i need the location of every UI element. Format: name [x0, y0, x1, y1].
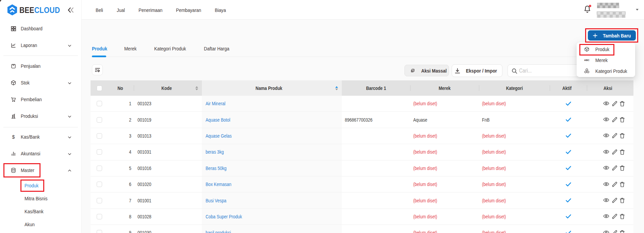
column-header-kode[interactable]: Kode: [134, 80, 202, 96]
row-checkbox[interactable]: [97, 133, 102, 139]
sidebar-subitem-kas-bank[interactable]: Kas/Bank: [0, 205, 82, 218]
view-button-eye-icon[interactable]: [603, 214, 609, 219]
topbar-menu-beli[interactable]: Beli: [96, 0, 104, 20]
tab-daftar-harga[interactable]: Daftar Harga: [204, 46, 233, 53]
delete-button-trash-icon[interactable]: [619, 133, 625, 139]
topbar-menu-biaya[interactable]: Biaya: [215, 0, 228, 20]
edit-button-pencil-icon[interactable]: [612, 101, 617, 107]
dropdown-item-produk[interactable]: Produk: [577, 44, 635, 55]
cell-kode: 001019: [134, 112, 202, 127]
sidebar-item-kas-bank[interactable]: $Kas/Bank: [0, 130, 82, 144]
cell-merek: (belum diset): [410, 160, 479, 176]
row-checkbox[interactable]: [97, 101, 102, 106]
tab-merek[interactable]: Merek: [124, 46, 139, 53]
cell-text: 8: [129, 214, 131, 219]
product-link[interactable]: Coba Super Produk: [206, 214, 242, 219]
delete-button-trash-icon[interactable]: [619, 198, 625, 203]
edit-button-pencil-icon[interactable]: [612, 182, 617, 187]
sidebar-subitem-mitra-bisnis[interactable]: Mitra Bisnis: [0, 192, 82, 205]
row-checkbox[interactable]: [97, 230, 102, 233]
sidebar-item-laporan[interactable]: Laporan: [0, 38, 82, 52]
sidebar-subitem-produk[interactable]: Produk: [0, 179, 82, 192]
sidebar-item-pembelian[interactable]: Pembelian: [0, 93, 82, 106]
product-link[interactable]: beras 3kg: [206, 149, 224, 155]
column-header-label: Barcode 1: [366, 86, 386, 91]
caret-up-icon: [195, 86, 198, 88]
user-menu-caret-icon[interactable]: [636, 9, 639, 11]
select-all-checkbox[interactable]: [97, 86, 102, 91]
delete-button-trash-icon[interactable]: [619, 101, 625, 107]
view-button-eye-icon[interactable]: [603, 133, 609, 139]
view-button-eye-icon[interactable]: [603, 101, 609, 107]
sidebar-item-produksi[interactable]: Produksi: [0, 109, 82, 123]
cell-nama: Aquase Botol: [202, 112, 342, 127]
cell-nama: Air Mineral: [202, 96, 342, 111]
product-link[interactable]: hasil produksi: [206, 230, 231, 233]
sidebar-item-penjualan[interactable]: Penjualan: [0, 59, 82, 73]
view-button-eye-icon[interactable]: [603, 182, 609, 187]
topbar-menu-jual[interactable]: Jual: [117, 0, 126, 20]
topbar-menu-penerimaan[interactable]: Penerimaan: [139, 0, 166, 20]
tab-label: Produk: [92, 46, 107, 51]
ekspor-impor-button[interactable]: Ekspor / Impor: [452, 64, 502, 77]
view-button-eye-icon[interactable]: [603, 117, 609, 123]
dropdown-item-kategori-produk[interactable]: Kategori Produk: [577, 65, 635, 76]
aksi-massal-button[interactable]: Aksi Massal: [404, 65, 449, 76]
edit-button-pencil-icon[interactable]: [612, 117, 617, 123]
delete-button-trash-icon[interactable]: [619, 149, 625, 155]
header-separator: [550, 85, 550, 91]
cube-icon: [584, 46, 590, 52]
edit-button-pencil-icon[interactable]: [612, 230, 617, 233]
product-link[interactable]: Box Kemasan: [206, 182, 231, 187]
dropdown-item-merek[interactable]: ABCMerek: [577, 55, 635, 65]
delete-button-trash-icon[interactable]: [619, 182, 625, 187]
sort-carets-icon: [335, 86, 338, 90]
column-header-nama-produk[interactable]: Nama Produk: [202, 80, 342, 96]
edit-button-pencil-icon[interactable]: [612, 198, 617, 203]
sidebar-item-akuntansi[interactable]: Akuntansi: [0, 147, 82, 160]
product-link[interactable]: Air Mineral: [206, 101, 225, 106]
sidebar-subitem-akun[interactable]: Akun: [0, 218, 82, 231]
sidebar-item-dashboard[interactable]: Dashboard: [0, 22, 82, 35]
row-checkbox[interactable]: [97, 214, 102, 219]
edit-button-pencil-icon[interactable]: [612, 149, 617, 155]
delete-button-trash-icon[interactable]: [619, 230, 625, 233]
brand-bee: BEE: [19, 5, 34, 15]
product-link[interactable]: Aquase Gelas: [206, 133, 232, 139]
delete-button-trash-icon[interactable]: [619, 165, 625, 171]
tambah-baru-button[interactable]: Tambah Baru: [588, 30, 636, 41]
cell-merek: (belum diset): [410, 144, 479, 160]
topbar-menu-pembayaran[interactable]: Pembayaran: [176, 0, 205, 20]
sidebar-item-master[interactable]: Master: [0, 164, 82, 177]
view-button-eye-icon[interactable]: [603, 198, 609, 203]
row-checkbox[interactable]: [97, 117, 102, 123]
row-actions: [596, 133, 625, 139]
row-checkbox[interactable]: [97, 198, 102, 203]
header-separator: [587, 85, 587, 91]
edit-button-pencil-icon[interactable]: [612, 165, 617, 171]
row-checkbox[interactable]: [97, 166, 102, 171]
tab-kategori-produk[interactable]: Kategori Produk: [154, 46, 191, 53]
edit-button-pencil-icon[interactable]: [612, 133, 617, 139]
tab-produk[interactable]: Produk: [92, 46, 110, 53]
delete-button-trash-icon[interactable]: [619, 214, 625, 219]
cell-kategori: (belum diset): [479, 144, 550, 160]
cell-merek: (belum diset): [410, 176, 479, 192]
sidebar-collapse-icon[interactable]: [67, 7, 74, 13]
row-checkbox[interactable]: [97, 182, 102, 187]
product-link[interactable]: Beras 50kg: [206, 166, 227, 171]
topbar-menu-label: Penerimaan: [139, 7, 162, 13]
view-button-eye-icon[interactable]: [603, 230, 609, 233]
view-button-eye-icon[interactable]: [603, 165, 609, 171]
edit-button-pencil-icon[interactable]: [612, 214, 617, 219]
view-button-eye-icon[interactable]: [603, 149, 609, 155]
product-link[interactable]: Aquase Botol: [206, 117, 230, 123]
sidebar-item-stok[interactable]: Stok: [0, 76, 82, 90]
row-checkbox[interactable]: [97, 149, 102, 155]
add-new-dropdown: ProdukABCMerekKategori Produk: [577, 43, 635, 77]
delete-button-trash-icon[interactable]: [619, 117, 625, 123]
product-link[interactable]: Busi Vespa: [206, 198, 226, 203]
cell-kode: 001016: [134, 160, 202, 176]
cell-text: 001013: [138, 133, 151, 139]
column-settings-button[interactable]: [92, 64, 103, 75]
